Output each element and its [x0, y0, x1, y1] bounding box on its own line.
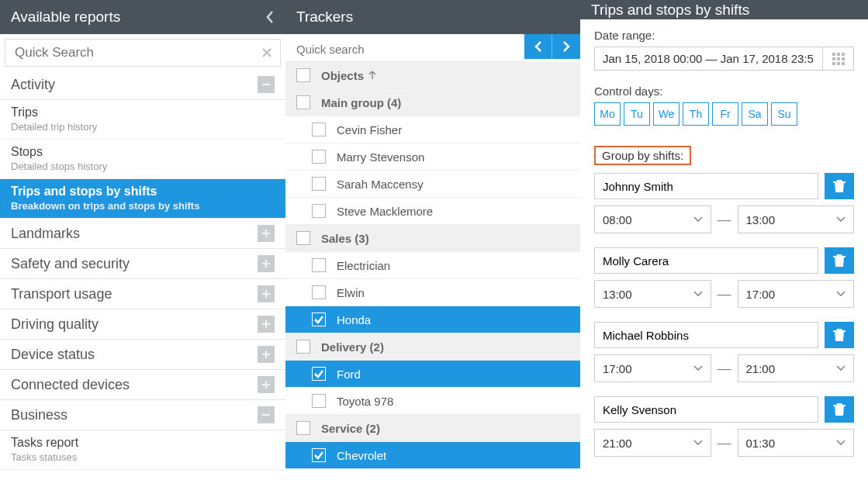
trackers-header: Trackers: [285, 0, 580, 34]
tracker-label: Marry Stevenson: [337, 150, 424, 164]
svg-rect-9: [833, 181, 846, 183]
report-category[interactable]: Device status: [0, 340, 285, 370]
checkbox-icon[interactable]: [296, 231, 310, 245]
checkbox-icon[interactable]: [312, 367, 326, 381]
tracker-group[interactable]: Sales (3): [285, 225, 580, 252]
next-icon[interactable]: [552, 34, 580, 59]
tracker-item[interactable]: Toyota 978: [285, 388, 580, 415]
report-category[interactable]: Safety and security: [0, 249, 285, 279]
collapse-icon[interactable]: [258, 406, 275, 423]
report-item[interactable]: TripsDetailed trip history: [0, 100, 285, 140]
trash-icon[interactable]: [825, 173, 854, 199]
shift-from-select[interactable]: 08:00: [594, 205, 711, 233]
tracker-item[interactable]: Steve Macklemore: [285, 198, 580, 225]
reports-search-input[interactable]: [5, 45, 254, 60]
tracker-group[interactable]: Delivery (2): [285, 333, 580, 361]
control-days-label: Control days:: [594, 85, 854, 98]
day-toggle[interactable]: We: [653, 102, 680, 126]
shift-from-select[interactable]: 21:00: [594, 429, 711, 457]
checkbox-icon[interactable]: [312, 150, 326, 164]
day-toggle[interactable]: Th: [683, 102, 709, 126]
tracker-group[interactable]: Main group (4): [285, 89, 580, 116]
svg-rect-7: [837, 62, 840, 65]
tracker-item[interactable]: Ford: [285, 361, 580, 388]
clear-icon[interactable]: [254, 47, 280, 58]
shift-name-input[interactable]: [594, 247, 818, 274]
checkbox-icon[interactable]: [312, 313, 326, 326]
date-range-input[interactable]: [594, 47, 823, 71]
day-toggle[interactable]: Tu: [624, 102, 650, 126]
chevron-down-icon: [693, 216, 703, 223]
tracker-label: Electrician: [337, 259, 390, 272]
collapse-icon[interactable]: [258, 76, 275, 93]
collapse-reports-icon[interactable]: [265, 10, 275, 24]
expand-icon[interactable]: [258, 225, 275, 242]
category-label: Activity: [11, 77, 258, 93]
tracker-item[interactable]: Cevin Fisher: [285, 116, 580, 143]
svg-rect-0: [832, 53, 835, 56]
report-category[interactable]: Transport usage: [0, 279, 285, 309]
tracker-item[interactable]: Marry Stevenson: [285, 143, 580, 171]
checkbox-icon[interactable]: [296, 95, 310, 109]
trash-icon[interactable]: [825, 396, 854, 423]
shift-to-select[interactable]: 21:00: [738, 354, 855, 382]
shift-row: 17:00—21:00: [594, 322, 854, 382]
tracker-item[interactable]: Chevrolet: [285, 442, 580, 469]
shift-to-select[interactable]: 17:00: [738, 280, 855, 308]
report-category[interactable]: Driving quality: [0, 309, 285, 340]
checkbox-icon[interactable]: [312, 123, 326, 136]
sort-asc-icon[interactable]: [368, 71, 376, 80]
checkbox-icon[interactable]: [296, 340, 310, 354]
expand-icon[interactable]: [258, 316, 275, 333]
report-item[interactable]: Trips and stops by shiftsBreakdown on tr…: [0, 179, 285, 219]
checkbox-icon[interactable]: [312, 285, 326, 299]
report-subtitle: Tasks statuses: [11, 451, 275, 463]
report-category[interactable]: Activity: [0, 70, 285, 100]
tracker-item[interactable]: Electrician: [285, 252, 580, 279]
day-toggle[interactable]: Sa: [742, 102, 768, 126]
checkbox-icon[interactable]: [312, 258, 326, 272]
report-item[interactable]: Tasks reportTasks statuses: [0, 430, 285, 470]
tracker-label: Ford: [337, 368, 361, 381]
calendar-icon[interactable]: [823, 47, 854, 71]
expand-icon[interactable]: [258, 346, 275, 363]
shift-name-input[interactable]: [594, 396, 818, 423]
category-label: Driving quality: [11, 316, 258, 333]
report-category[interactable]: Connected devices: [0, 370, 285, 400]
expand-icon[interactable]: [258, 376, 275, 393]
objects-root[interactable]: Objects: [285, 62, 580, 89]
dash-separator: —: [718, 361, 731, 377]
expand-icon[interactable]: [258, 255, 275, 272]
checkbox-icon[interactable]: [312, 394, 326, 408]
checkbox-icon[interactable]: [312, 177, 326, 191]
day-toggle[interactable]: Mo: [594, 102, 621, 126]
shift-name-input[interactable]: [594, 173, 818, 199]
checkbox-icon[interactable]: [296, 68, 310, 82]
tracker-item[interactable]: Sarah Maccensy: [285, 171, 580, 198]
prev-icon[interactable]: [524, 34, 552, 59]
shift-from-select[interactable]: 17:00: [594, 354, 711, 382]
checkbox-icon[interactable]: [296, 421, 310, 435]
svg-rect-4: [837, 57, 840, 60]
trackers-search-input[interactable]: [285, 43, 524, 56]
checkbox-icon[interactable]: [312, 204, 326, 218]
report-category[interactable]: Business: [0, 400, 285, 430]
trash-icon[interactable]: [825, 247, 854, 274]
day-toggle[interactable]: Fr: [712, 102, 738, 126]
day-toggle[interactable]: Su: [771, 102, 797, 126]
shift-to-select[interactable]: 01:30: [738, 429, 855, 457]
checkbox-icon[interactable]: [312, 448, 326, 462]
shift-to-select[interactable]: 13:00: [738, 205, 855, 233]
shift-name-input[interactable]: [594, 322, 818, 348]
chevron-down-icon: [836, 291, 846, 297]
tracker-item[interactable]: Honda: [285, 306, 580, 333]
trackers-search: [285, 37, 524, 62]
report-category[interactable]: Landmarks: [0, 219, 285, 249]
expand-icon[interactable]: [258, 285, 275, 302]
report-subtitle: Breakdown on trips and stops by shifts: [11, 200, 275, 212]
trash-icon[interactable]: [825, 322, 854, 348]
tracker-item[interactable]: Elwin: [285, 279, 580, 306]
tracker-group[interactable]: Service (2): [285, 415, 580, 442]
report-item[interactable]: StopsDetailed stops history: [0, 140, 285, 179]
shift-from-select[interactable]: 13:00: [594, 280, 711, 308]
